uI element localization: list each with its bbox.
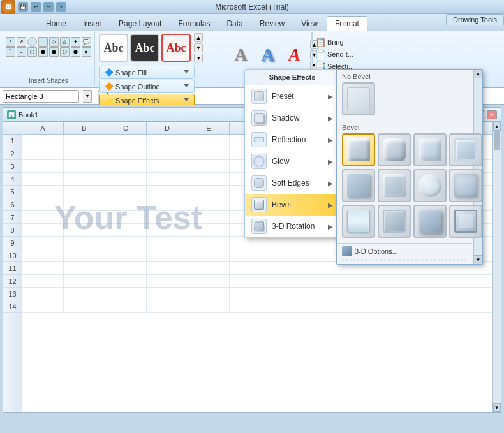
menu-item-glow[interactable]: Glow ▶ [245, 150, 339, 172]
wordart-letter-3[interactable]: A [282, 46, 308, 64]
menu-item-reflection[interactable]: Reflection ▶ [245, 129, 339, 150]
soft-edges-icon [251, 175, 267, 191]
cell-a3[interactable] [22, 160, 64, 173]
shape-4[interactable]: ⬡ [27, 47, 37, 57]
shape-callout[interactable]: 💬 [82, 37, 91, 47]
shape-more[interactable]: ▾ [82, 47, 91, 57]
bevel-item-7[interactable] [413, 169, 447, 202]
title-bar: ⊞ 💾 ↩ ↪ ▾ Microsoft Excel (Trial) [0, 0, 504, 14]
bevel-item-2[interactable] [378, 133, 411, 166]
shape-outline-btn[interactable]: 🔶 Shape Outline [99, 80, 195, 93]
office-button[interactable]: ⊞ [1, 0, 15, 14]
scroll-up-btn[interactable]: ▲ [493, 122, 501, 131]
shape-star[interactable]: ✦ [71, 37, 80, 47]
name-box[interactable]: Rectangle 3 [3, 90, 79, 103]
cell-b1[interactable] [64, 135, 105, 147]
style-scroll-up[interactable]: ▲ [194, 33, 203, 42]
cell-a1[interactable] [22, 135, 64, 147]
shadow-arrow: ▶ [328, 115, 333, 122]
style-scroll-down[interactable]: ▼ [194, 43, 203, 52]
3d-options-btn[interactable]: 3-D Options... [337, 243, 472, 259]
row-7: 7 [3, 211, 22, 224]
shadow-icon [251, 110, 267, 126]
bevel-shape-6 [383, 174, 406, 197]
wordart-letter-2[interactable]: A [255, 46, 281, 64]
shape-line[interactable]: / [6, 37, 15, 47]
wb-close[interactable]: ✕ [487, 110, 497, 119]
cell-d1[interactable] [147, 135, 188, 147]
bevel-item-12[interactable] [449, 205, 482, 238]
shape-arrow[interactable]: ↗ [17, 37, 26, 47]
wordart-letter-1[interactable]: A [228, 46, 254, 64]
cell-b2[interactable] [64, 147, 105, 160]
3d-rotation-arrow: ▶ [328, 223, 333, 230]
bevel-item-8[interactable] [449, 169, 482, 202]
name-box-dropdown[interactable]: ▾ [83, 90, 92, 103]
shape-circle[interactable] [27, 37, 37, 47]
qat-dropdown[interactable]: ▾ [56, 2, 66, 12]
scroll-down-btn[interactable]: ▼ [493, 403, 501, 412]
col-header-a: A [22, 122, 64, 134]
bevel-item-4[interactable] [449, 133, 482, 166]
bevel-item-3[interactable] [413, 133, 447, 166]
send-btn[interactable]: 📄 Send t... [315, 49, 353, 59]
dotted-line [342, 259, 467, 261]
shape-tri[interactable]: △ [60, 37, 70, 47]
vertical-scrollbar[interactable]: ▲ ▼ [492, 122, 501, 412]
shape-rect[interactable] [38, 37, 48, 47]
bevel-item-1[interactable] [342, 133, 375, 166]
style-box-3[interactable]: Abc [161, 34, 191, 62]
tab-insert[interactable]: Insert [75, 17, 110, 31]
row-5: 5 [3, 186, 22, 198]
tab-data[interactable]: Data [219, 17, 250, 31]
style-box-2[interactable]: Abc [130, 34, 159, 62]
cell-e1[interactable] [188, 135, 230, 147]
bring-btn[interactable]: 📋 Bring [315, 37, 344, 47]
redo-btn[interactable]: ↪ [43, 2, 54, 12]
menu-item-soft-edges[interactable]: Soft Edges ▶ [245, 172, 339, 194]
shape-5[interactable]: ⬣ [38, 47, 48, 57]
menu-item-shadow[interactable]: Shadow ▶ [245, 107, 339, 129]
cell-c1[interactable] [105, 135, 147, 147]
save-quick-btn[interactable]: 💾 [18, 2, 28, 12]
tab-view[interactable]: View [293, 17, 325, 31]
cell-c2[interactable] [105, 147, 147, 160]
shape-8[interactable]: ⬢ [71, 47, 80, 57]
cell-e2[interactable] [188, 147, 230, 160]
bevel-scroll-down[interactable]: ▼ [474, 255, 482, 264]
bevel-grid [337, 133, 472, 242]
style-box-1[interactable]: Abc [99, 34, 128, 62]
bevel-item-10[interactable] [378, 205, 411, 238]
tab-review[interactable]: Review [252, 17, 292, 31]
bevel-item-9[interactable] [342, 205, 375, 238]
style-dropdown[interactable]: ▾ [194, 54, 203, 62]
col-header-b: B [64, 122, 105, 134]
cell-a2[interactable] [22, 147, 64, 160]
tab-page-layout[interactable]: Page Layout [111, 17, 169, 31]
undo-btn[interactable]: ↩ [31, 2, 41, 12]
menu-item-preset[interactable]: Preset ▶ [245, 85, 339, 107]
shape-effects-title: Shape Effects [245, 70, 339, 85]
shape-2[interactable]: ⌒ [6, 47, 15, 57]
menu-item-bevel[interactable]: Bevel ▶ [245, 194, 339, 216]
bevel-item-6[interactable] [378, 169, 411, 202]
bevel-shape-7 [419, 174, 441, 197]
bevel-shape-4 [454, 138, 477, 161]
bevel-scroll-up[interactable]: ▲ [474, 70, 482, 78]
bevel-item-5[interactable] [342, 169, 375, 202]
tab-home[interactable]: Home [38, 17, 74, 31]
tab-format[interactable]: Format [327, 16, 367, 31]
shape-diamond[interactable]: ◇ [49, 37, 59, 47]
shape-fill-btn[interactable]: 🔷 Shape Fill [99, 66, 195, 79]
cell-d2[interactable] [147, 147, 188, 160]
tab-formulas[interactable]: Formulas [170, 17, 218, 31]
shape-7[interactable]: ⬠ [60, 47, 70, 57]
bevel-item-none[interactable] [342, 82, 375, 115]
shape-6[interactable]: ⬟ [49, 47, 59, 57]
menu-item-3d-rotation[interactable]: 3-D Rotation ▶ [245, 216, 339, 237]
no-bevel-items [337, 82, 472, 121]
bevel-item-11[interactable] [413, 205, 447, 238]
soft-edges-arrow: ▶ [328, 180, 333, 187]
shape-3[interactable]: ⌣ [17, 47, 26, 57]
corner-cell [3, 122, 22, 134]
